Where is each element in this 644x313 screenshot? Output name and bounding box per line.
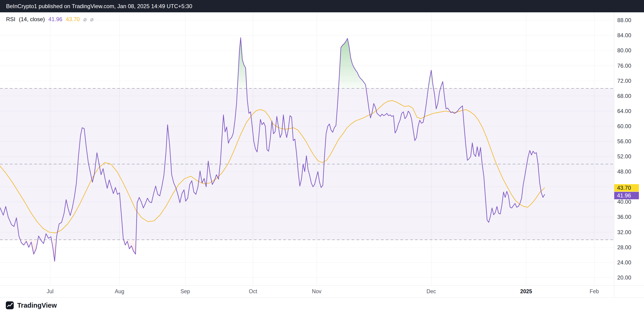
- price-tick-label: 84.00: [617, 32, 631, 38]
- time-tick-label: Aug: [115, 288, 124, 295]
- publish-info-text: BeInCrypto1 published on TradingView.com…: [6, 3, 192, 10]
- price-tick-label: 88.00: [617, 17, 631, 24]
- time-tick-label: Jul: [47, 288, 54, 295]
- price-tick-label: 20.00: [617, 274, 631, 281]
- price-tick-label: 56.00: [617, 138, 631, 145]
- time-tick-label: Feb: [590, 288, 599, 295]
- price-tick-label: 52.00: [617, 153, 631, 160]
- last-value-badge: 43.70: [614, 184, 639, 192]
- price-tick-label: 80.00: [617, 47, 631, 54]
- footer: TradingView: [0, 298, 644, 313]
- time-tick-label: 2025: [520, 288, 532, 295]
- price-tick-label: 64.00: [617, 108, 631, 114]
- tradingview-logo-icon[interactable]: [6, 301, 14, 310]
- legend-ma-value: 43.70: [66, 16, 80, 22]
- price-tick-label: 60.00: [617, 123, 631, 130]
- price-tick-label: 40.00: [617, 198, 631, 205]
- tradingview-rsi-page: BeInCrypto1 published on TradingView.com…: [0, 0, 644, 313]
- price-tick-label: 32.00: [617, 229, 631, 236]
- price-tick-label: 76.00: [617, 62, 631, 69]
- price-tick-label: 28.00: [617, 244, 631, 251]
- indicator-name[interactable]: RSI: [6, 16, 15, 22]
- plot-area[interactable]: [0, 12, 614, 286]
- time-tick-label: Oct: [249, 288, 257, 295]
- price-tick-label: 72.00: [617, 78, 631, 84]
- rsi-plot-svg: [0, 12, 614, 286]
- price-axis[interactable]: 88.0084.0080.0076.0072.0068.0064.0060.00…: [614, 12, 644, 298]
- legend-rsi-value: 41.96: [48, 16, 62, 22]
- publish-header: BeInCrypto1 published on TradingView.com…: [0, 0, 644, 12]
- hidden-series-icon[interactable]: ⌀: [83, 16, 86, 22]
- price-tick-label: 68.00: [617, 93, 631, 99]
- tradingview-logomark: [6, 301, 14, 310]
- last-value-badge: 41.96: [614, 192, 639, 199]
- price-tick-label: 48.00: [617, 168, 631, 175]
- footer-brand-text[interactable]: TradingView: [17, 302, 57, 309]
- indicator-legend[interactable]: RSI (14, close) 41.96 43.70 ⌀ ⌀: [6, 16, 94, 22]
- chart-region: RSI (14, close) 41.96 43.70 ⌀ ⌀ 88.0084.…: [0, 12, 644, 298]
- hidden-series-icon[interactable]: ⌀: [90, 16, 94, 22]
- time-tick-label: Nov: [312, 288, 322, 295]
- price-tick-label: 36.00: [617, 214, 631, 220]
- time-tick-label: Sep: [180, 288, 190, 295]
- time-axis[interactable]: JulAugSepOctNovDec2025Feb: [0, 286, 644, 298]
- indicator-params: (14, close): [19, 16, 45, 22]
- time-tick-label: Dec: [426, 288, 436, 295]
- price-tick-label: 24.00: [617, 259, 631, 266]
